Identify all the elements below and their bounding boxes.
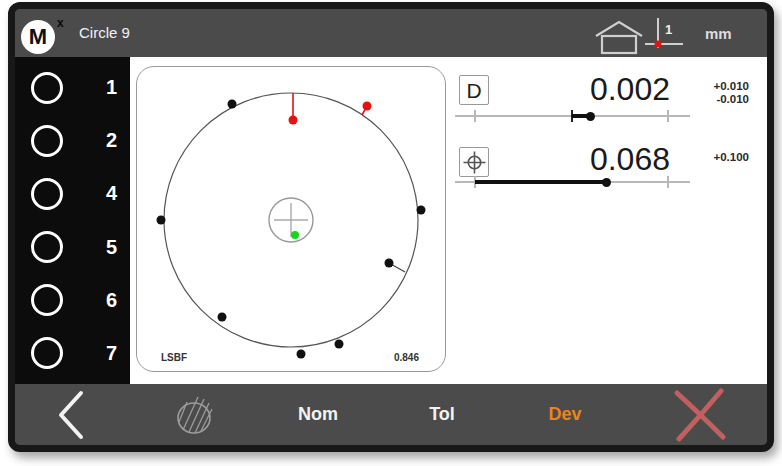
- sidebar-item-feature-2[interactable]: 2: [15, 125, 130, 157]
- form-plot-card[interactable]: LSBF 0.846: [136, 66, 446, 372]
- sidebar-item-feature-6[interactable]: 6: [15, 284, 130, 316]
- tolerance-bar-value-dot: [586, 112, 595, 121]
- hatched-circle-icon[interactable]: [171, 392, 217, 436]
- form-error-value: 0.846: [394, 352, 419, 363]
- circle-form-plot: [137, 67, 444, 370]
- tolerance-lower: -0.010: [705, 93, 749, 106]
- position-tolerance-limits: +0.100: [705, 151, 749, 164]
- app-logo-button[interactable]: M x: [21, 16, 73, 56]
- circle-feature-icon: [31, 178, 63, 210]
- back-chevron-icon[interactable]: [55, 389, 85, 441]
- cancel-x-icon[interactable]: [670, 388, 730, 442]
- top-bar: M x Circle 9 1 mm: [15, 9, 767, 57]
- feature-number: 2: [106, 129, 117, 152]
- tolerance-upper: +0.010: [705, 80, 749, 93]
- feature-number: 4: [106, 182, 117, 205]
- sidebar-item-feature-7[interactable]: 7: [15, 337, 130, 369]
- diameter-tolerance-bar: [455, 109, 690, 123]
- tab-deviation-active[interactable]: Dev: [530, 384, 600, 445]
- position-icon: [461, 149, 488, 176]
- feature-number: 7: [106, 342, 117, 365]
- feature-number: 5: [106, 236, 117, 259]
- main-panel: LSBF 0.846 D 0.002 +0.010 -0.010: [130, 57, 767, 384]
- sidebar-item-feature-4[interactable]: 4: [15, 178, 130, 210]
- feature-number: 6: [106, 289, 117, 312]
- circle-feature-icon: [31, 337, 63, 369]
- sidebar-item-feature-1[interactable]: 1: [15, 72, 130, 104]
- feature-number: 1: [106, 76, 117, 99]
- diameter-value: 0.002: [490, 73, 670, 105]
- circle-feature-icon: [31, 72, 63, 104]
- units-indicator[interactable]: mm: [705, 25, 732, 42]
- page-title: Circle 9: [79, 9, 130, 57]
- position-symbol-box: [459, 147, 489, 177]
- position-value: 0.068: [490, 143, 670, 175]
- app-logo-superscript: x: [57, 16, 64, 30]
- tolerance-bar-value-dot: [602, 178, 611, 187]
- tolerance-bar-min-tick: [474, 110, 476, 122]
- device-frame: M x Circle 9 1 mm 1 2 4: [8, 2, 774, 452]
- tab-tolerance[interactable]: Tol: [407, 384, 477, 445]
- tolerance-bar-fill: [475, 180, 606, 184]
- sidebar-item-feature-5[interactable]: 5: [15, 231, 130, 263]
- fit-algorithm-label: LSBF: [161, 352, 187, 363]
- bottom-bar: Nom Tol Dev: [15, 384, 767, 445]
- axis-number-label: 1: [665, 22, 672, 37]
- tolerance-bar-max-tick: [667, 176, 669, 188]
- diameter-symbol: D: [466, 80, 481, 101]
- feature-sidebar: 1 2 4 5 6 7: [15, 57, 130, 384]
- tolerance-upper: +0.100: [705, 151, 749, 164]
- tolerance-bar-max-tick: [667, 110, 669, 122]
- circle-feature-icon: [31, 125, 63, 157]
- position-tolerance-bar: [455, 175, 690, 189]
- tab-nominal[interactable]: Nom: [283, 384, 353, 445]
- circle-feature-icon: [31, 231, 63, 263]
- circle-feature-icon: [31, 284, 63, 316]
- diameter-tolerance-limits: +0.010 -0.010: [705, 80, 749, 106]
- app-logo-icon: M: [21, 20, 55, 54]
- home-icon[interactable]: [594, 19, 644, 55]
- diameter-symbol-box: D: [459, 75, 489, 105]
